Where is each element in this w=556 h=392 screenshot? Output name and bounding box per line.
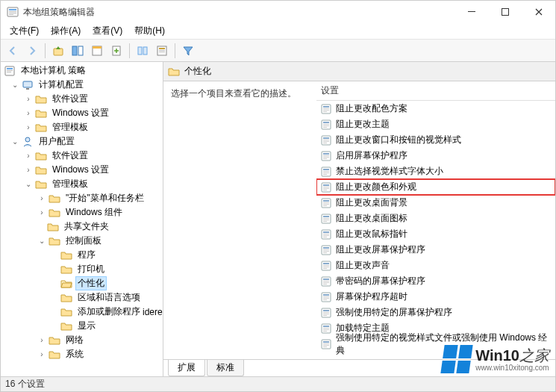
chevron-right-icon[interactable]: › [37,349,47,360]
chevron-right-icon[interactable]: › [23,94,34,105]
tree-control-panel[interactable]: ⌄ 控制面板 [1,234,163,248]
tree-item[interactable]: › 网络 [1,333,163,347]
list-item[interactable]: 阻止更改主题 [316,116,555,132]
chevron-right-icon[interactable]: › [23,108,34,119]
svg-rect-98 [323,328,329,329]
filter-button[interactable] [179,42,197,60]
chevron-right-icon[interactable]: › [37,193,47,204]
list-item[interactable]: 带密码的屏幕保护程序 [316,273,555,289]
chevron-right-icon[interactable]: › [23,151,34,161]
svg-rect-88 [323,296,329,297]
list-item[interactable]: 强制使用特定的视觉样式文件或强制使用 Windows 经典 [316,336,555,352]
tree-label: "开始"菜单和任务栏 [63,191,146,205]
tree-item[interactable]: 打印机 [1,262,163,276]
chevron-right-icon[interactable]: › [23,122,34,133]
tab-standard[interactable]: 标准 [207,360,244,376]
status-text: 16 个设置 [5,378,45,391]
minimize-button[interactable] [455,1,488,23]
tree-item[interactable]: › Windows 组件 [1,205,163,220]
tree-item[interactable]: 区域和语言选项 [1,290,163,305]
tree-item[interactable]: › 软件设置 [1,149,163,163]
menu-help[interactable]: 帮助(H) [128,23,171,39]
list-item[interactable]: 阻止更改配色方案 [316,101,555,116]
svg-rect-97 [323,326,329,327]
setting-icon [321,104,331,114]
svg-rect-35 [323,127,327,128]
svg-rect-49 [323,172,329,173]
folder-icon [60,306,72,318]
tree-admin-templates[interactable]: ⌄ 管理模板 [1,177,163,191]
menu-action[interactable]: 操作(A) [45,23,87,39]
svg-rect-95 [323,315,327,316]
tree-item[interactable]: › 软件设置 [1,92,163,106]
list-item[interactable]: 阻止更改桌面背景 [316,195,555,211]
setting-label: 禁止选择视觉样式字体大小 [336,165,443,178]
tree-item[interactable]: 添加或删除程序 idered [1,305,163,319]
list-item[interactable]: 阻止更改屏幕保护程序 [316,242,555,258]
tree-label: 管理模板 [50,177,90,191]
tree-label: 管理模板 [50,120,90,134]
tree-item[interactable]: 共享文件夹 [1,220,163,234]
chevron-down-icon[interactable]: ⌄ [10,137,20,147]
tree-item[interactable]: › 管理模板 [1,120,163,134]
chevron-right-icon[interactable]: › [23,165,34,175]
list-item[interactable]: 阻止更改颜色和外观 [316,179,555,195]
menu-view[interactable]: 查看(V) [87,23,128,39]
navigation-tree[interactable]: 本地计算机 策略 ⌄ 计算机配置 › 软件设置 › Windows 设置 › 管… [1,62,163,376]
setting-icon [321,167,331,177]
svg-rect-34 [323,125,329,126]
description-text: 选择一个项目来查看它的描述。 [171,87,309,100]
folder-icon [49,349,60,361]
view-tabs: 扩展 标准 [163,360,555,376]
svg-rect-42 [323,153,329,155]
tree-item[interactable]: › 系统 [1,347,163,361]
tab-extended[interactable]: 扩展 [168,360,205,376]
export-button[interactable] [107,42,125,60]
svg-rect-14 [143,47,147,55]
maximize-button[interactable] [488,1,522,23]
up-button[interactable] [49,42,67,60]
menu-file[interactable]: 文件(F) [4,23,45,39]
chevron-down-icon[interactable]: ⌄ [37,236,47,246]
close-button[interactable] [522,1,555,23]
list-item[interactable]: 禁止选择视觉样式字体大小 [316,164,555,179]
tree-computer-config[interactable]: ⌄ 计算机配置 [1,78,163,92]
forward-button[interactable] [23,42,41,60]
svg-rect-82 [323,279,329,280]
setting-label: 强制使用特定的屏幕保护程序 [336,306,452,319]
folder-icon [35,122,47,134]
chevron-right-icon[interactable]: › [37,208,47,218]
column-header-setting[interactable]: 设置 [316,81,555,101]
list-item[interactable]: 阻止更改窗口和按钮的视觉样式 [316,132,555,148]
tree-root[interactable]: 本地计算机 策略 [1,63,163,78]
svg-rect-30 [323,111,327,112]
tree-item[interactable]: › Windows 设置 [1,163,163,177]
settings-list[interactable]: 设置 阻止更改配色方案阻止更改主题阻止更改窗口和按钮的视觉样式启用屏幕保护程序禁… [316,81,555,359]
help-button[interactable] [153,42,171,60]
list-item[interactable]: 强制使用特定的屏幕保护程序 [316,305,555,320]
svg-rect-60 [323,205,327,206]
folder-icon [49,207,60,219]
chevron-right-icon[interactable]: › [37,335,47,346]
list-item[interactable]: 屏幕保护程序超时 [316,289,555,305]
svg-rect-59 [323,204,329,205]
tree-item[interactable]: › "开始"菜单和任务栏 [1,191,163,205]
tree-item[interactable]: 显示 [1,319,163,333]
tree-item[interactable]: › Windows 设置 [1,106,163,120]
refresh-button[interactable] [134,42,152,60]
svg-rect-72 [323,247,329,249]
show-hide-tree-button[interactable] [69,42,87,60]
svg-rect-67 [323,231,329,233]
list-item[interactable]: 阻止更改鼠标指针 [316,226,555,242]
list-item[interactable]: 阻止更改声音 [316,258,555,273]
list-item[interactable]: 阻止更改桌面图标 [316,211,555,226]
back-button[interactable] [4,42,22,60]
list-item[interactable]: 启用屏幕保护程序 [316,148,555,164]
tree-personalization[interactable]: 个性化 [1,276,163,290]
chevron-down-icon[interactable]: ⌄ [10,80,20,90]
tree-item[interactable]: 程序 [1,248,163,262]
tree-user-config[interactable]: ⌄ 用户配置 [1,134,163,149]
svg-rect-44 [323,157,329,158]
chevron-down-icon[interactable]: ⌄ [23,179,34,190]
properties-button[interactable] [88,42,106,60]
